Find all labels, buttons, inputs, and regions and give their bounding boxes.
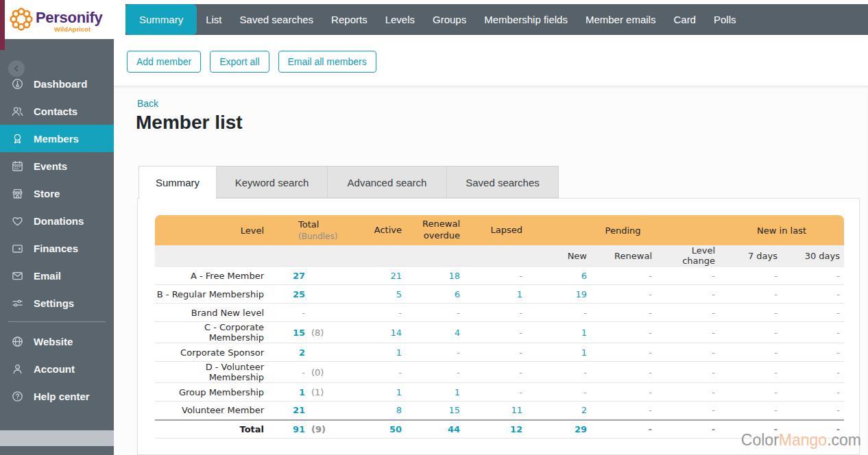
value-cell: - <box>782 322 844 343</box>
value-cell[interactable]: 18 <box>406 267 464 285</box>
value-cell[interactable]: 1 <box>527 322 591 343</box>
value-cell[interactable]: 1 <box>527 343 591 362</box>
total-cell[interactable]: 15 <box>265 322 308 343</box>
nav-item-polls[interactable]: Polls <box>705 4 745 35</box>
value-cell: - <box>656 402 719 420</box>
total-cell[interactable]: 1 <box>265 383 308 402</box>
value-cell[interactable]: 50 <box>339 420 406 439</box>
table-row: D - Volunteer Membership-(0)-------- <box>155 362 844 383</box>
level-cell: D - Volunteer Membership <box>155 362 265 383</box>
add-member-button[interactable]: Add member <box>127 51 201 73</box>
table-row: B - Regular Membership2556119---- <box>155 285 844 304</box>
watermark-com: .com <box>827 431 861 449</box>
export-all-button[interactable]: Export all <box>210 51 269 73</box>
sidebar-item-finances[interactable]: Finances <box>0 234 114 262</box>
nav-item-membership-fields[interactable]: Membership fields <box>475 4 577 35</box>
nav-item-groups[interactable]: Groups <box>424 4 475 35</box>
header-bundles-label: (Bundles) <box>298 231 339 242</box>
header-level: Level <box>155 215 265 245</box>
search-tabs: SummaryKeyword searchAdvanced searchSave… <box>138 166 559 199</box>
value-cell[interactable]: 21 <box>339 267 406 285</box>
tab-advanced-search[interactable]: Advanced search <box>328 166 447 198</box>
value-cell[interactable]: 12 <box>464 420 527 439</box>
total-cell[interactable]: 25 <box>265 285 308 304</box>
sidebar-item-members[interactable]: Members <box>0 125 114 152</box>
value-cell: - <box>782 285 844 304</box>
sidebar-item-label: Donations <box>34 215 84 227</box>
total-cell[interactable]: 21 <box>265 402 308 420</box>
nav-item-list[interactable]: List <box>197 4 230 35</box>
bundles-cell <box>308 285 339 304</box>
value-cell[interactable]: 4 <box>406 322 464 343</box>
tab-summary[interactable]: Summary <box>138 166 217 199</box>
value-cell[interactable]: 44 <box>406 420 464 439</box>
value-cell: - <box>656 343 719 362</box>
value-cell[interactable]: 1 <box>339 343 406 362</box>
total-cell: - <box>265 362 308 383</box>
tab-keyword-search[interactable]: Keyword search <box>217 166 328 198</box>
sidebar-item-account[interactable]: Account <box>0 355 114 382</box>
value-cell[interactable]: 14 <box>339 322 406 343</box>
dashboard-gauge-icon <box>11 77 24 90</box>
value-cell: - <box>782 343 844 362</box>
value-cell[interactable]: 5 <box>339 285 406 304</box>
heart-icon <box>11 214 24 228</box>
value-cell: - <box>591 383 656 402</box>
sidebar-item-help-center[interactable]: Help center <box>0 382 114 410</box>
value-cell[interactable]: 8 <box>339 402 406 420</box>
value-cell: - <box>591 304 656 322</box>
contacts-people-icon <box>11 105 24 118</box>
value-cell: - <box>339 304 406 322</box>
subheader-30-days: 30 days <box>782 245 844 267</box>
sidebar-item-settings[interactable]: Settings <box>0 289 114 317</box>
nav-item-card[interactable]: Card <box>664 4 705 35</box>
subheader-renewal: Renewal <box>591 245 656 267</box>
value-cell: - <box>719 402 782 420</box>
sidebar-item-email[interactable]: Email <box>0 262 114 289</box>
value-cell[interactable]: 6 <box>527 267 591 285</box>
horizontal-scrollbar[interactable] <box>0 430 114 446</box>
value-cell[interactable]: 15 <box>406 402 464 420</box>
nav-item-levels[interactable]: Levels <box>376 4 424 35</box>
sidebar-item-contacts[interactable]: Contacts <box>0 97 114 125</box>
value-cell: - <box>464 322 527 343</box>
value-cell: - <box>464 343 527 362</box>
calendar-icon <box>11 160 24 173</box>
total-cell[interactable]: 2 <box>265 343 308 362</box>
nav-item-reports[interactable]: Reports <box>322 4 376 35</box>
nav-item-member-emails[interactable]: Member emails <box>577 4 665 35</box>
total-cell[interactable]: 27 <box>265 267 308 285</box>
header-new-in-last-group: New in last <box>719 215 844 245</box>
sidebar-item-donations[interactable]: Donations <box>0 207 114 234</box>
value-cell[interactable]: 2 <box>527 402 591 420</box>
nav-item-summary[interactable]: Summary <box>125 4 197 35</box>
sidebar-item-label: Settings <box>34 297 74 309</box>
value-cell[interactable]: 11 <box>464 402 527 420</box>
value-cell[interactable]: 1 <box>464 285 527 304</box>
nav-item-saved-searches[interactable]: Saved searches <box>231 4 323 35</box>
total-cell[interactable]: 91 <box>265 420 308 439</box>
tab-saved-searches[interactable]: Saved searches <box>447 166 559 198</box>
person-icon <box>11 362 24 376</box>
value-cell: - <box>527 362 591 383</box>
value-cell[interactable]: 19 <box>527 285 591 304</box>
value-cell[interactable]: 1 <box>406 383 464 402</box>
sidebar-divider <box>8 321 106 322</box>
bundles-cell: (9) <box>308 420 339 439</box>
sidebar-item-events[interactable]: Events <box>0 152 114 180</box>
value-cell: - <box>719 362 782 383</box>
sidebar-item-store[interactable]: Store <box>0 180 114 207</box>
value-cell: - <box>782 402 844 420</box>
value-cell[interactable]: 29 <box>527 420 591 439</box>
value-cell: - <box>591 285 656 304</box>
sidebar-item-dashboard[interactable]: Dashboard <box>0 70 114 97</box>
sidebar-item-website[interactable]: Website <box>0 328 114 355</box>
bundles-cell <box>308 402 339 420</box>
email-all-members-button[interactable]: Email all members <box>278 51 376 73</box>
value-cell: - <box>339 362 406 383</box>
value-cell[interactable]: 1 <box>339 383 406 402</box>
value-cell[interactable]: 6 <box>406 285 464 304</box>
back-link[interactable]: Back <box>137 98 158 109</box>
app-logo[interactable]: Personify WildApricot <box>0 0 114 39</box>
sidebar-item-label: Dashboard <box>34 78 87 90</box>
